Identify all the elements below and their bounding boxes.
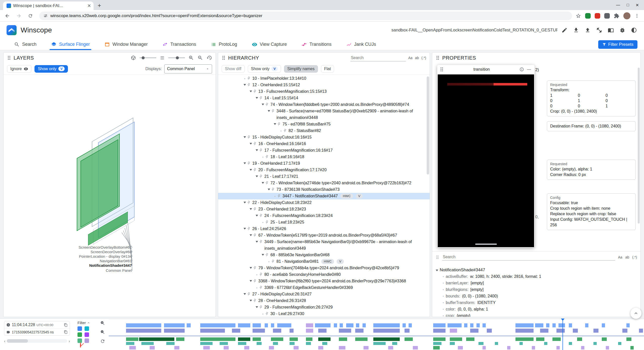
timeline-segment[interactable]: [253, 337, 261, 341]
tree-row[interactable]: 26 - Leaf:24:25#26: [218, 226, 430, 232]
trace-tab-surface-flinger[interactable]: Surface Flinger: [51, 39, 90, 50]
tree-row[interactable]: 14 - Leaf:15:15#14: [218, 95, 430, 101]
tab-close-icon[interactable]: ✕: [87, 4, 91, 8]
timeline-segment[interactable]: [334, 323, 337, 327]
tree-row[interactable]: 19 - OneHanded:17:17#19: [218, 160, 430, 167]
tree-row[interactable]: 16 - OneHanded:16:16#16: [218, 141, 430, 147]
timeline-segment[interactable]: [544, 342, 547, 345]
trace-tab-view-capture[interactable]: View Capture: [252, 39, 287, 50]
layer-label[interactable]: ScreenDecorOverlay#60: [14, 250, 132, 254]
property-row[interactable]: activeBuffer:w: 1080, h: 2400, stride: 2…: [436, 273, 639, 280]
timeline-segment[interactable]: [373, 329, 400, 333]
match-word-icon[interactable]: ab: [625, 255, 629, 259]
timeline-segment[interactable]: [593, 342, 597, 345]
tree-row-selected[interactable]: 3447 - NotificationShade#3447HWCV: [218, 193, 430, 199]
match-case-icon[interactable]: Aa: [408, 56, 413, 60]
timeline-segment[interactable]: [290, 337, 298, 341]
pin-icon[interactable]: [276, 194, 281, 198]
timeline-segment[interactable]: [126, 323, 161, 327]
trace-toggle-icon[interactable]: [77, 338, 82, 343]
timeline-segment[interactable]: [306, 329, 313, 333]
tree-row[interactable]: 68 - 885b63e NavigationBar0#68: [218, 252, 430, 258]
simplify-names-toggle[interactable]: Simplify names: [284, 65, 318, 73]
extension-icon-gray[interactable]: [604, 13, 610, 19]
new-tab-button[interactable]: +: [96, 2, 103, 9]
timeline-segment[interactable]: [339, 329, 351, 333]
info-icon[interactable]: [519, 67, 524, 72]
trace-tab-protolog[interactable]: ProtoLog: [211, 39, 237, 50]
timeline-segment[interactable]: [224, 346, 229, 349]
expand-icon[interactable]: [436, 270, 438, 271]
timeline-segment[interactable]: [203, 346, 210, 349]
timeline-segment[interactable]: [464, 323, 467, 327]
timeline-segment[interactable]: [139, 337, 174, 341]
download-icon[interactable]: [573, 27, 580, 34]
site-settings-icon[interactable]: [43, 14, 48, 18]
timeline-segment[interactable]: [164, 329, 185, 333]
timeline-segment[interactable]: [244, 346, 249, 349]
timeline-segment[interactable]: [290, 342, 295, 345]
pin-icon[interactable]: [258, 285, 263, 290]
timeline-segment[interactable]: [356, 323, 359, 327]
tree-row[interactable]: 17 - FullscreenMagnification:16:16#17: [218, 147, 430, 154]
scroll-right-icon[interactable]: ›: [69, 339, 70, 343]
pin-icon[interactable]: [246, 161, 251, 166]
regex-icon[interactable]: (.*): [421, 56, 426, 60]
timeline-segment[interactable]: [355, 329, 364, 333]
timeline-segment[interactable]: [622, 329, 627, 333]
tree-row[interactable]: 3448 - Surface(name=ed70f88 StatusBar)/@…: [218, 108, 430, 121]
match-word-icon[interactable]: ab: [415, 56, 419, 60]
timeline-segment[interactable]: [306, 323, 313, 327]
trace-tab-jank-cujs[interactable]: Jank CUJs: [346, 39, 376, 50]
bookmark-star-icon[interactable]: [576, 13, 581, 19]
pin-icon[interactable]: [264, 220, 269, 225]
timeline-segment[interactable]: [392, 342, 397, 345]
properties-scrollbar[interactable]: [638, 68, 640, 224]
timeline-segment[interactable]: [306, 337, 312, 341]
timeline-segment[interactable]: [166, 342, 175, 345]
timeline-segment[interactable]: [626, 323, 630, 327]
reload-icon[interactable]: [26, 12, 35, 20]
timeline-segment[interactable]: [515, 337, 534, 341]
timeline-segment[interactable]: [405, 337, 413, 341]
timeline-segment[interactable]: [290, 329, 294, 333]
property-row[interactable]: bounds:(0, 0) - (1080, 2400): [436, 293, 639, 299]
timeline-segment[interactable]: [466, 337, 474, 341]
reset-view-icon[interactable]: [207, 55, 212, 61]
profile-avatar[interactable]: [623, 12, 630, 19]
pin-icon[interactable]: [283, 128, 287, 133]
timeline-segment[interactable]: [450, 329, 457, 333]
tree-row[interactable]: 29 - FullscreenMagnification:26:27#29: [218, 304, 430, 311]
timeline-cursor[interactable]: [562, 319, 563, 350]
timeline-segment[interactable]: [129, 346, 136, 349]
timeline-segment[interactable]: [495, 342, 498, 345]
timeline-segment[interactable]: [200, 323, 235, 327]
pin-icon[interactable]: [252, 141, 257, 146]
dark-mode-icon[interactable]: [630, 27, 637, 34]
regex-icon[interactable]: (.*): [632, 255, 637, 259]
timeline-segment[interactable]: [618, 342, 621, 345]
tree-row[interactable]: 12 - OneHanded:15:15#12: [218, 82, 430, 88]
tree-row[interactable]: 79 - WindowToken{7046b4a type=2024 andro…: [218, 265, 430, 271]
property-row[interactable]: crop:{empty}: [436, 313, 639, 317]
pin-icon[interactable]: [264, 154, 269, 159]
timeline-segment[interactable]: [232, 329, 240, 333]
timeline-segment[interactable]: [482, 346, 486, 349]
timeline-segment[interactable]: [470, 329, 478, 333]
layer-label[interactable]: NavigationBar0#81: [14, 259, 132, 263]
filter-presets-button[interactable]: Filter Presets: [598, 40, 637, 49]
timeline-segment[interactable]: [277, 323, 291, 327]
timeline-segment[interactable]: [355, 337, 368, 341]
timeline-segment[interactable]: [126, 337, 138, 341]
pin-icon[interactable]: [270, 187, 275, 192]
timeline-segment[interactable]: [558, 323, 565, 327]
timeline-segment[interactable]: [273, 342, 278, 345]
browser-tab[interactable]: Winscope | sandbox-FAI... ✕: [3, 2, 94, 10]
timeline-segment[interactable]: [630, 346, 634, 349]
timeline-segment[interactable]: [433, 329, 446, 333]
tree-row[interactable]: 67 - WindowToken{e5176f9 type=2019 andro…: [218, 232, 430, 239]
property-row[interactable]: bufferTransform:IDENTITY: [436, 299, 639, 306]
timeline-segment[interactable]: [126, 342, 134, 345]
tree-row[interactable]: 30 - Leaf:26:27#30: [218, 311, 430, 317]
timeline-segment[interactable]: [200, 342, 213, 345]
